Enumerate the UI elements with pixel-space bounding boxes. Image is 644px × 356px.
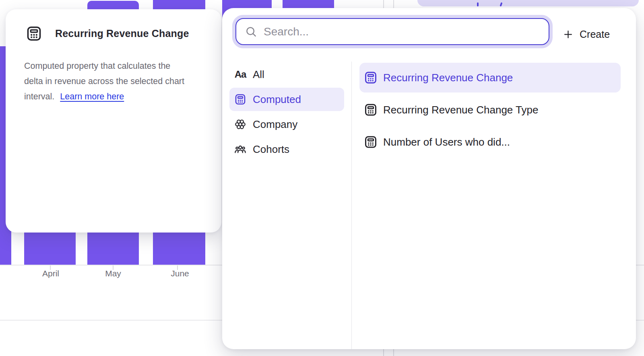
x-axis-label-june: June bbox=[171, 269, 189, 278]
tooltip-title: Recurring Revenue Change bbox=[55, 28, 189, 39]
clipped-highlight-pill bbox=[417, 0, 639, 6]
property-tooltip-card: Recurring Revenue Change Computed proper… bbox=[6, 9, 221, 233]
create-button-label: Create bbox=[580, 29, 610, 40]
category-label: Cohorts bbox=[253, 143, 289, 156]
category-item-company[interactable]: Company bbox=[229, 113, 344, 136]
tooltip-description: Computed property that calculates the de… bbox=[24, 58, 213, 104]
category-item-cohorts[interactable]: Cohorts bbox=[229, 138, 344, 161]
search-icon bbox=[245, 26, 257, 38]
result-item-recurring-revenue-change[interactable]: Recurring Revenue Change bbox=[359, 63, 621, 93]
tooltip-header: Recurring Revenue Change bbox=[26, 25, 189, 42]
modal-column-divider bbox=[351, 62, 352, 349]
property-picker-modal: Create Aa All Computed Company bbox=[222, 8, 636, 349]
search-field[interactable] bbox=[235, 18, 549, 45]
result-item-recurring-revenue-change-type[interactable]: Recurring Revenue Change Type bbox=[359, 95, 621, 125]
category-label: Computed bbox=[253, 93, 301, 106]
category-label: Company bbox=[253, 118, 297, 131]
clipped-purple-text-fragment bbox=[477, 2, 479, 6]
calculator-icon bbox=[26, 25, 42, 42]
category-filter-list: Aa All Computed Company Cohorts bbox=[229, 63, 344, 161]
result-label: Number of Users who did... bbox=[383, 136, 510, 148]
description-line: Computed property that calculates the bbox=[24, 58, 213, 74]
result-label: Recurring Revenue Change bbox=[383, 72, 513, 84]
cohorts-people-icon bbox=[234, 143, 246, 155]
calculator-icon bbox=[364, 103, 378, 117]
text-format-icon: Aa bbox=[234, 69, 246, 80]
app-stage: April May June Recurring Revenue Change … bbox=[0, 0, 644, 356]
description-line: interval.Learn more here bbox=[24, 89, 213, 104]
result-item-number-of-users-who-did[interactable]: Number of Users who did... bbox=[359, 127, 621, 157]
clipped-purple-text-fragment bbox=[500, 2, 502, 7]
description-line: delta in revenue across the selected cha… bbox=[24, 74, 213, 89]
calculator-icon bbox=[234, 93, 246, 105]
category-item-all[interactable]: Aa All bbox=[229, 63, 344, 86]
plus-icon bbox=[563, 29, 574, 40]
search-field-focus-ring bbox=[232, 15, 553, 48]
search-input[interactable] bbox=[264, 19, 549, 44]
result-label: Recurring Revenue Change Type bbox=[383, 104, 538, 116]
x-axis-label-april: April bbox=[42, 269, 59, 278]
category-item-computed[interactable]: Computed bbox=[229, 88, 344, 111]
learn-more-link[interactable]: Learn more here bbox=[60, 92, 124, 101]
description-line-end: interval. bbox=[24, 92, 54, 101]
calculator-icon bbox=[364, 71, 378, 84]
calculator-icon bbox=[364, 135, 378, 149]
category-label: All bbox=[253, 68, 264, 81]
company-cluster-icon bbox=[234, 118, 246, 130]
property-results-list: Recurring Revenue Change Recurring Reven… bbox=[359, 63, 621, 157]
x-axis-label-may: May bbox=[105, 269, 121, 278]
create-button[interactable]: Create bbox=[563, 27, 610, 42]
